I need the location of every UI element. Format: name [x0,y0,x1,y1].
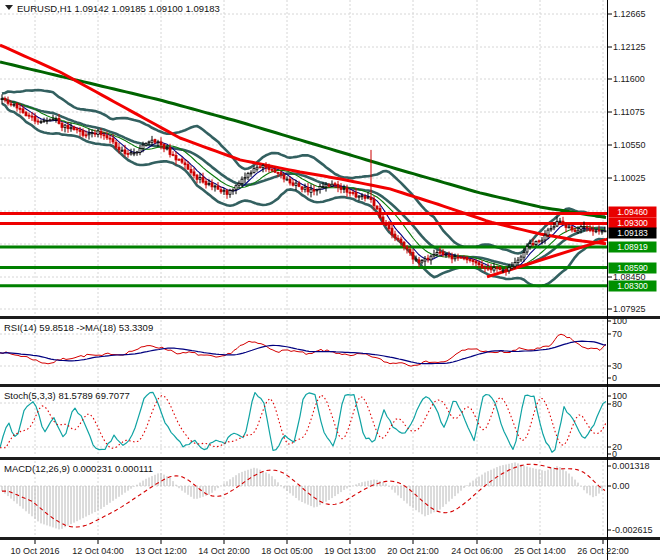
candle-body [397,238,399,239]
candle-body [601,231,603,232]
candle-body [508,268,510,271]
candle-body [289,179,291,183]
candle-body [4,99,6,100]
candle-body [592,230,594,231]
candle-body [319,187,321,190]
candle-body [505,270,507,271]
indicator-tick-label: 30 [612,361,622,371]
candle-body [499,267,501,269]
candle-body [520,257,522,260]
candle-body [94,133,96,134]
candle-body [337,184,339,187]
candle-body [538,241,540,242]
candle-body [238,183,240,185]
candle-body [604,231,606,232]
panel-splitter-main-rsi[interactable] [0,316,660,319]
candle-body [598,230,600,231]
panel-splitter-stoch-macd[interactable] [0,457,660,460]
candle-body [160,142,162,145]
candle-body [304,187,306,189]
time-tick-label: 14 Oct 20:00 [198,546,250,556]
candle-body [334,184,336,185]
candle-body [349,192,351,193]
candle-body [274,170,276,173]
candle-body [307,187,309,191]
candle-body [85,135,87,136]
candle-body [178,159,180,160]
candle-body [277,173,279,174]
candle-body [433,255,435,256]
time-tick-label: 10 Oct 2016 [10,546,59,556]
candle-body [418,260,420,263]
candle-body [124,150,126,154]
candle-body [448,255,450,256]
candle-body [223,190,225,191]
terminal-chart-window[interactable]: 1.126651.121251.116001.110751.105501.100… [0,0,660,560]
candle-body [58,118,60,123]
price-marker-label: 1.08590 [617,263,648,273]
time-tick-label: 12 Oct 04:00 [72,546,124,556]
candle-body [559,221,561,222]
candle-body [214,186,216,187]
candle-body [265,166,267,168]
candle-body [211,183,213,187]
candle-body [7,100,9,103]
indicator-tick-label: 80 [612,399,622,409]
indicator-tick-label: 0 [612,373,617,383]
candle-body [595,231,597,232]
candle-body [199,178,201,180]
candle-body [112,139,114,142]
candle-body [550,228,552,229]
candle-body [133,153,135,154]
candle-body [280,173,282,175]
candle-body [190,170,192,173]
candle-body [235,186,237,190]
candle-body [382,217,384,223]
candle-body [313,190,315,191]
candle-body [13,104,15,105]
candle-body [295,183,297,185]
panel-splitter-rsi-stoch[interactable] [0,384,660,387]
candle-body [547,230,549,235]
stoch-label: Stoch(5,3,3) 81.5789 69.7077 [4,390,130,401]
candle-body [379,208,381,217]
candle-body [535,242,537,245]
candle-body [424,259,426,261]
candle-body [322,186,324,187]
candle-body [286,179,288,180]
candle-body [31,116,33,117]
candle-body [316,190,318,191]
candle-body [145,143,147,145]
candle-body [208,183,210,184]
candle-body [127,153,129,154]
candle-body [115,143,117,148]
candle-body [478,263,480,265]
candle-body [283,175,285,179]
candle-body [52,119,54,120]
candle-body [256,167,258,169]
panel-splitter-macd-time[interactable] [0,537,660,540]
candle-body [571,227,573,230]
candle-body [472,260,474,262]
candle-body [220,190,222,192]
candle-body [148,142,150,143]
candle-body [445,255,447,256]
candle-body [469,260,471,261]
candle-body [43,121,45,122]
candle-body [355,193,357,197]
candle-body [373,200,375,206]
candle-body [139,149,141,153]
candle-body [121,150,123,151]
candle-body [73,127,75,130]
candle-body [403,242,405,247]
rsi-label: RSI(14) 59.8518 ->MA(18) 53.3309 [4,322,153,333]
candle-body [391,228,393,235]
candle-body [358,196,360,197]
candle-body [577,230,579,232]
time-tick-label: 20 Oct 21:00 [387,546,439,556]
candle-body [28,115,30,116]
chart-svg[interactable]: 1.126651.121251.116001.110751.105501.100… [0,0,660,560]
candle-body [82,131,84,136]
candle-body [415,259,417,260]
candle-body [166,148,168,149]
